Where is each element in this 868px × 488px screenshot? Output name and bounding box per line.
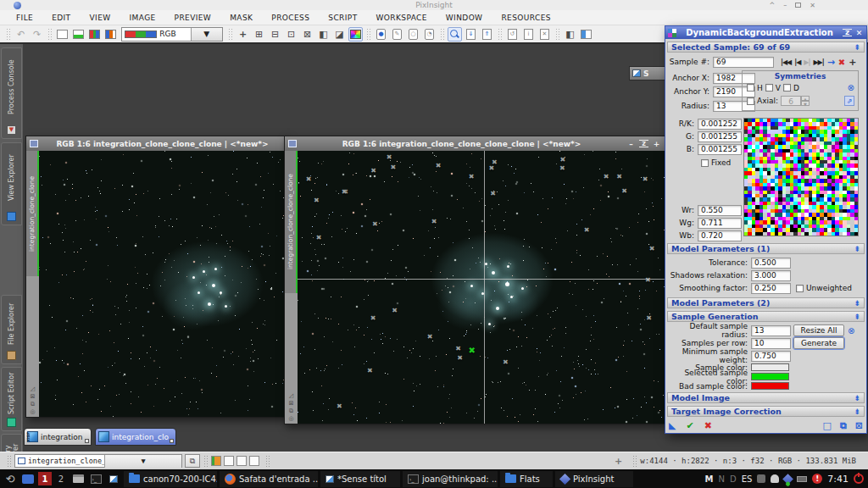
section-model-image[interactable]: Model Image ⇟ — [667, 392, 865, 403]
dbe-sample-marker[interactable]: ✖ — [503, 358, 509, 366]
previous-sample-icon[interactable]: |◀ — [794, 58, 800, 66]
window-shade-icon[interactable]: z — [639, 140, 648, 147]
dynamic-operation-icon[interactable] — [348, 27, 363, 42]
dbe-sample-marker[interactable]: ✖ — [436, 161, 442, 169]
current-view-selector[interactable]: integration_clone_clone_clone_clone ▼ — [14, 454, 182, 468]
reset-radius-icon[interactable]: ⊗ — [848, 326, 854, 336]
toolbar-handle[interactable] — [7, 455, 11, 467]
sample-color-swatch[interactable] — [751, 363, 789, 371]
image-window-2[interactable]: RGB 1:6 integration_clone_clone_clone_cl… — [284, 136, 665, 424]
keyboard-layout-indicator[interactable]: ES — [742, 474, 753, 484]
selected-sample-color-swatch[interactable] — [751, 373, 789, 380]
toolbar-handle[interactable] — [366, 28, 370, 41]
browse-documentation-icon[interactable]: ⧉ — [840, 420, 847, 431]
tray-indicator-m[interactable]: M — [704, 474, 713, 484]
alert-icon[interactable]: ! — [812, 474, 822, 484]
show-desktop-icon[interactable] — [20, 471, 36, 486]
image-window-2-titlebar[interactable]: RGB 1:6 integration_clone_clone_clone_cl… — [285, 136, 665, 151]
dbe-sample-marker[interactable]: ✖ — [455, 345, 461, 352]
dbe-sample-marker[interactable]: ✖ — [367, 366, 373, 374]
dbe-sample-marker[interactable]: ✖ — [621, 186, 627, 194]
view-magnifier-icon[interactable] — [448, 27, 462, 42]
tray-indicator-n[interactable]: N — [718, 474, 724, 484]
sidebar-tab-view-explorer[interactable]: View Explorer — [1, 142, 22, 225]
zoom-in-mode-icon[interactable]: ⊞ — [252, 27, 266, 42]
sidebar-tab-process-console[interactable]: Process Console ▼ — [1, 47, 22, 139]
collapse-section-icon[interactable]: ⇞ — [854, 245, 860, 253]
starfield-image-1[interactable] — [39, 151, 287, 417]
view-browser-button[interactable]: ⧉ — [185, 454, 200, 468]
toolbar-handle[interactable] — [440, 28, 444, 41]
reset-icon[interactable]: ⊠ — [855, 420, 863, 431]
dbe-sample-marker[interactable]: ✖ — [616, 172, 622, 180]
dbe-sample-marker[interactable]: ✖ — [469, 172, 475, 180]
editor-launcher-icon[interactable] — [106, 471, 121, 486]
expand-section-icon[interactable]: ⇟ — [854, 408, 860, 416]
histogram-icon[interactable] — [579, 27, 593, 42]
duplicate-view-icon[interactable]: ⧉ — [31, 401, 35, 408]
menu-resources[interactable]: RESOURCES — [492, 12, 559, 24]
menu-preview[interactable]: PREVIEW — [165, 12, 221, 24]
screen-transfer-icon[interactable]: ◧ — [563, 27, 577, 42]
spin-down-icon[interactable]: ▼ — [801, 101, 810, 106]
channel-selector-dropdown[interactable]: RGB ▼ — [121, 27, 223, 42]
file-manager-launcher-icon[interactable] — [70, 471, 86, 486]
execute-icon[interactable]: ✔ — [686, 420, 693, 431]
taskbar-window-pixinsight[interactable]: PixInsight — [555, 471, 633, 487]
default-sample-radius-input[interactable] — [751, 325, 791, 336]
d-checkbox[interactable] — [783, 84, 791, 92]
menu-image[interactable]: IMAGE — [120, 12, 165, 24]
duplicate-view-icon[interactable]: ⧉ — [289, 408, 293, 414]
window-restore-icon[interactable] — [288, 140, 297, 147]
apply-symmetry-icon[interactable]: ⇗ — [844, 96, 854, 106]
starfield-image-2[interactable]: ✖✖✖✖✖✖✖✖✖✖✖✖✖✖✖✖✖✖✖✖✖✖✖✖✖✖✖✖✖✖✖✖✖✖ — [298, 151, 665, 424]
extract-channel-icon[interactable] — [103, 27, 118, 42]
taskbar-window-inbox[interactable]: Safata d'entrada ... — [220, 471, 318, 487]
dbe-sample-marker[interactable]: ✖ — [387, 153, 392, 161]
file-open-icon[interactable]: ⇓ — [464, 27, 478, 42]
power-icon[interactable] — [854, 474, 864, 484]
clear-symmetries-icon[interactable]: ⊗ — [848, 83, 854, 92]
toolbar-handle[interactable] — [265, 455, 270, 467]
edit-preview-mode-icon[interactable]: ◪ — [332, 27, 347, 42]
workspace-button-2[interactable]: 2 — [54, 472, 68, 485]
iconized-tab-integration-clone[interactable]: integration_clone — [95, 428, 176, 446]
rk-input[interactable] — [698, 119, 742, 130]
expand-section-icon[interactable]: ⇟ — [854, 299, 860, 308]
sample-number-input[interactable] — [713, 57, 774, 68]
fixed-checkbox[interactable] — [701, 159, 709, 167]
v-checkbox[interactable] — [765, 84, 773, 92]
window-minimize-icon[interactable]: – — [626, 140, 636, 148]
section-model-parameters-2[interactable]: Model Parameters (2) ⇟ — [667, 297, 865, 308]
menu-file[interactable]: FILE — [7, 12, 42, 24]
process-new-instance-icon[interactable]: ● — [374, 27, 388, 42]
dbe-sample-marker[interactable]: ✖ — [306, 175, 312, 183]
process-history-icon[interactable]: ◔ — [422, 27, 437, 42]
dbe-sample-marker[interactable]: ✖ — [643, 175, 648, 182]
toolbar-handle[interactable] — [47, 28, 52, 41]
menu-mask[interactable]: MASK — [220, 12, 262, 24]
window-restore-icon[interactable] — [30, 140, 38, 147]
delete-sample-icon[interactable]: ✖ — [838, 58, 845, 67]
realtime-preview-icon[interactable]: ◣ — [669, 420, 676, 431]
workspace-thumbnail-2[interactable] — [224, 456, 234, 466]
collapse-section-icon[interactable]: ⇞ — [854, 43, 860, 52]
save-image-icon[interactable] — [71, 27, 86, 42]
section-sample-generation[interactable]: Sample Generation ⇞ — [667, 311, 865, 322]
g-input[interactable] — [698, 131, 742, 142]
menu-process[interactable]: PROCESS — [262, 12, 319, 24]
axial-checkbox[interactable] — [747, 97, 754, 105]
updates-icon[interactable] — [782, 474, 793, 485]
dbe-sample-marker[interactable]: ✖ — [427, 333, 433, 341]
app-titlebar[interactable]: PixInsight ^ – ✕ — [0, 0, 868, 10]
minimum-sample-weight-input[interactable] — [751, 351, 791, 362]
target-icon[interactable]: ◎ — [30, 408, 35, 415]
dbe-sample-marker[interactable]: ✖ — [316, 233, 322, 241]
generate-button[interactable]: Generate — [793, 337, 844, 349]
dbe-sample-marker[interactable]: ✖ — [560, 156, 566, 164]
workspace-button-1[interactable]: 1 — [38, 472, 52, 485]
dbe-sample-marker[interactable]: ✖ — [457, 354, 463, 362]
wb-input[interactable] — [698, 230, 742, 241]
desktop-menu-icon[interactable]: ⟲ — [3, 471, 18, 486]
menu-workspace[interactable]: WORKSPACE — [367, 12, 437, 24]
